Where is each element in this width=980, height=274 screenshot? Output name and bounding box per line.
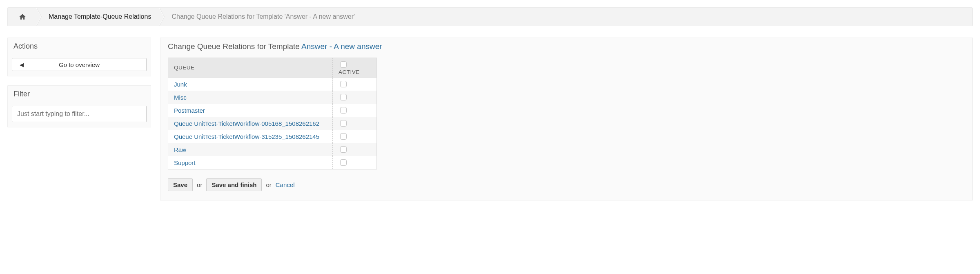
queue-link[interactable]: Misc [174, 94, 187, 101]
actions-panel: Actions ◀ Go to overview [7, 38, 151, 76]
filter-input[interactable] [12, 106, 147, 122]
table-row: Queue UnitTest-TicketWorkflow-005168_150… [168, 117, 377, 130]
breadcrumb: Manage Template-Queue Relations Change Q… [7, 7, 973, 26]
actions-title: Actions [8, 38, 151, 55]
col-header-active: ACTIVE [333, 58, 377, 78]
main-panel: Change Queue Relations for Template Answ… [160, 38, 973, 200]
caret-left-icon: ◀ [20, 62, 24, 68]
table-row: Queue UnitTest-TicketWorkflow-315235_150… [168, 130, 377, 143]
active-checkbox[interactable] [340, 133, 347, 140]
button-row: Save or Save and finish or Cancel [160, 169, 972, 200]
queue-link[interactable]: Support [174, 159, 196, 166]
col-header-active-label: ACTIVE [339, 69, 360, 75]
select-all-checkbox[interactable] [340, 61, 347, 68]
active-checkbox[interactable] [340, 146, 347, 153]
table-row: Support [168, 156, 377, 169]
active-checkbox[interactable] [340, 107, 347, 114]
active-checkbox[interactable] [340, 94, 347, 100]
queue-link[interactable]: Queue UnitTest-TicketWorkflow-315235_150… [174, 133, 319, 140]
filter-title: Filter [8, 86, 151, 102]
breadcrumb-home[interactable] [8, 8, 37, 26]
table-row: Misc [168, 91, 377, 104]
active-checkbox[interactable] [340, 120, 347, 127]
active-checkbox[interactable] [340, 159, 347, 166]
queue-table: QUEUE ACTIVE JunkMiscPostmasterQueue Uni… [168, 58, 377, 169]
breadcrumb-item-manage[interactable]: Manage Template-Queue Relations [40, 8, 160, 26]
save-and-finish-button[interactable]: Save and finish [206, 178, 262, 191]
queue-link[interactable]: Junk [174, 81, 187, 88]
filter-panel: Filter [7, 85, 151, 127]
or-text-2: or [266, 181, 271, 188]
queue-link[interactable]: Postmaster [174, 107, 205, 114]
table-row: Raw [168, 143, 377, 156]
page-title: Change Queue Relations for Template Answ… [160, 38, 972, 58]
queue-link[interactable]: Queue UnitTest-TicketWorkflow-005168_150… [174, 120, 319, 127]
template-name-link[interactable]: Answer - A new answer [301, 42, 382, 51]
table-row: Postmaster [168, 104, 377, 117]
go-to-overview-button[interactable]: ◀ Go to overview [12, 58, 147, 71]
or-text: or [197, 181, 202, 188]
table-row: Junk [168, 78, 377, 91]
cancel-link[interactable]: Cancel [276, 181, 295, 188]
queue-link[interactable]: Raw [174, 146, 186, 153]
active-checkbox[interactable] [340, 81, 347, 87]
heading-prefix: Change Queue Relations for Template [168, 42, 301, 51]
col-header-queue: QUEUE [168, 58, 333, 78]
home-icon [18, 13, 27, 20]
save-button[interactable]: Save [168, 178, 193, 191]
breadcrumb-item-current: Change Queue Relations for Template 'Ans… [163, 8, 364, 26]
go-to-overview-label: Go to overview [59, 61, 100, 68]
